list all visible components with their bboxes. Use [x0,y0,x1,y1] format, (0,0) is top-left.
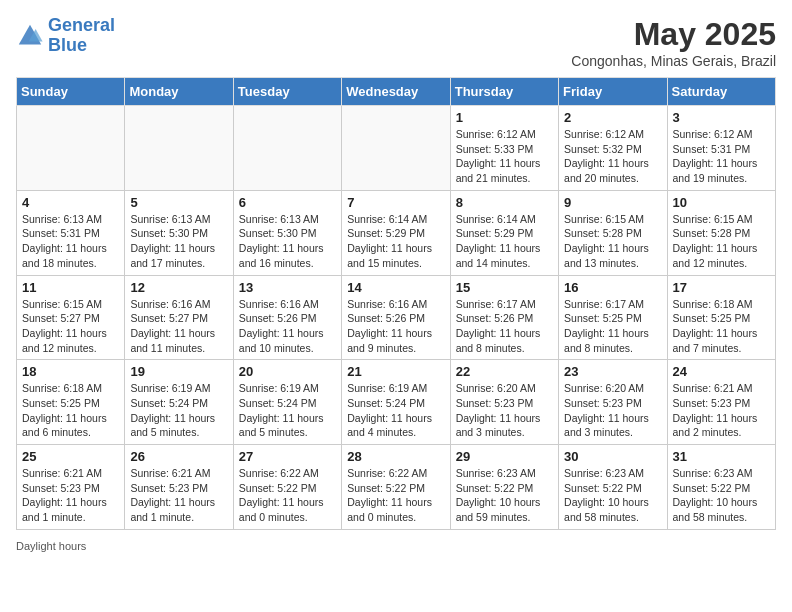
weekday-header-wednesday: Wednesday [342,78,450,106]
day-info: Sunrise: 6:18 AM Sunset: 5:25 PM Dayligh… [22,381,119,440]
day-number: 29 [456,449,553,464]
day-info: Sunrise: 6:15 AM Sunset: 5:28 PM Dayligh… [564,212,661,271]
day-number: 3 [673,110,770,125]
weekday-header-tuesday: Tuesday [233,78,341,106]
weekday-header-sunday: Sunday [17,78,125,106]
day-number: 14 [347,280,444,295]
calendar-cell: 4Sunrise: 6:13 AM Sunset: 5:31 PM Daylig… [17,190,125,275]
calendar-cell: 9Sunrise: 6:15 AM Sunset: 5:28 PM Daylig… [559,190,667,275]
day-info: Sunrise: 6:20 AM Sunset: 5:23 PM Dayligh… [564,381,661,440]
logo: General Blue [16,16,115,56]
month-title: May 2025 [571,16,776,53]
calendar-cell: 30Sunrise: 6:23 AM Sunset: 5:22 PM Dayli… [559,445,667,530]
calendar-cell: 8Sunrise: 6:14 AM Sunset: 5:29 PM Daylig… [450,190,558,275]
day-number: 17 [673,280,770,295]
day-info: Sunrise: 6:13 AM Sunset: 5:30 PM Dayligh… [239,212,336,271]
calendar-cell: 11Sunrise: 6:15 AM Sunset: 5:27 PM Dayli… [17,275,125,360]
calendar-cell: 12Sunrise: 6:16 AM Sunset: 5:27 PM Dayli… [125,275,233,360]
calendar-cell: 22Sunrise: 6:20 AM Sunset: 5:23 PM Dayli… [450,360,558,445]
calendar-cell [17,106,125,191]
day-info: Sunrise: 6:15 AM Sunset: 5:27 PM Dayligh… [22,297,119,356]
day-number: 2 [564,110,661,125]
day-info: Sunrise: 6:19 AM Sunset: 5:24 PM Dayligh… [347,381,444,440]
calendar-cell: 25Sunrise: 6:21 AM Sunset: 5:23 PM Dayli… [17,445,125,530]
day-info: Sunrise: 6:13 AM Sunset: 5:31 PM Dayligh… [22,212,119,271]
day-info: Sunrise: 6:17 AM Sunset: 5:26 PM Dayligh… [456,297,553,356]
calendar-cell [342,106,450,191]
weekday-header-saturday: Saturday [667,78,775,106]
calendar-body: 1Sunrise: 6:12 AM Sunset: 5:33 PM Daylig… [17,106,776,530]
day-info: Sunrise: 6:19 AM Sunset: 5:24 PM Dayligh… [239,381,336,440]
logo-line2: Blue [48,35,87,55]
calendar-cell [233,106,341,191]
day-info: Sunrise: 6:19 AM Sunset: 5:24 PM Dayligh… [130,381,227,440]
calendar-cell [125,106,233,191]
calendar-cell: 23Sunrise: 6:20 AM Sunset: 5:23 PM Dayli… [559,360,667,445]
day-number: 1 [456,110,553,125]
weekday-header-thursday: Thursday [450,78,558,106]
calendar-cell: 14Sunrise: 6:16 AM Sunset: 5:26 PM Dayli… [342,275,450,360]
day-info: Sunrise: 6:16 AM Sunset: 5:27 PM Dayligh… [130,297,227,356]
day-number: 7 [347,195,444,210]
day-number: 21 [347,364,444,379]
day-number: 26 [130,449,227,464]
calendar-week-3: 11Sunrise: 6:15 AM Sunset: 5:27 PM Dayli… [17,275,776,360]
title-block: May 2025 Congonhas, Minas Gerais, Brazil [571,16,776,69]
day-number: 10 [673,195,770,210]
calendar-cell: 16Sunrise: 6:17 AM Sunset: 5:25 PM Dayli… [559,275,667,360]
day-info: Sunrise: 6:23 AM Sunset: 5:22 PM Dayligh… [456,466,553,525]
day-number: 25 [22,449,119,464]
calendar-cell: 6Sunrise: 6:13 AM Sunset: 5:30 PM Daylig… [233,190,341,275]
day-number: 13 [239,280,336,295]
calendar-cell: 2Sunrise: 6:12 AM Sunset: 5:32 PM Daylig… [559,106,667,191]
day-info: Sunrise: 6:21 AM Sunset: 5:23 PM Dayligh… [673,381,770,440]
day-info: Sunrise: 6:16 AM Sunset: 5:26 PM Dayligh… [347,297,444,356]
calendar-cell: 7Sunrise: 6:14 AM Sunset: 5:29 PM Daylig… [342,190,450,275]
calendar-cell: 10Sunrise: 6:15 AM Sunset: 5:28 PM Dayli… [667,190,775,275]
day-info: Sunrise: 6:23 AM Sunset: 5:22 PM Dayligh… [564,466,661,525]
day-info: Sunrise: 6:13 AM Sunset: 5:30 PM Dayligh… [130,212,227,271]
day-info: Sunrise: 6:21 AM Sunset: 5:23 PM Dayligh… [130,466,227,525]
calendar-cell: 29Sunrise: 6:23 AM Sunset: 5:22 PM Dayli… [450,445,558,530]
calendar-cell: 15Sunrise: 6:17 AM Sunset: 5:26 PM Dayli… [450,275,558,360]
day-number: 30 [564,449,661,464]
calendar-cell: 24Sunrise: 6:21 AM Sunset: 5:23 PM Dayli… [667,360,775,445]
calendar-week-5: 25Sunrise: 6:21 AM Sunset: 5:23 PM Dayli… [17,445,776,530]
day-number: 9 [564,195,661,210]
day-info: Sunrise: 6:20 AM Sunset: 5:23 PM Dayligh… [456,381,553,440]
day-info: Sunrise: 6:15 AM Sunset: 5:28 PM Dayligh… [673,212,770,271]
page-header: General Blue May 2025 Congonhas, Minas G… [16,16,776,69]
footer: Daylight hours [16,540,776,552]
day-number: 15 [456,280,553,295]
day-info: Sunrise: 6:12 AM Sunset: 5:33 PM Dayligh… [456,127,553,186]
day-number: 18 [22,364,119,379]
day-number: 24 [673,364,770,379]
day-info: Sunrise: 6:22 AM Sunset: 5:22 PM Dayligh… [347,466,444,525]
day-info: Sunrise: 6:22 AM Sunset: 5:22 PM Dayligh… [239,466,336,525]
logo-line1: General [48,15,115,35]
day-number: 31 [673,449,770,464]
calendar-cell: 26Sunrise: 6:21 AM Sunset: 5:23 PM Dayli… [125,445,233,530]
footer-label: Daylight hours [16,540,86,552]
calendar-cell: 20Sunrise: 6:19 AM Sunset: 5:24 PM Dayli… [233,360,341,445]
calendar-week-2: 4Sunrise: 6:13 AM Sunset: 5:31 PM Daylig… [17,190,776,275]
calendar-cell: 28Sunrise: 6:22 AM Sunset: 5:22 PM Dayli… [342,445,450,530]
calendar-cell: 27Sunrise: 6:22 AM Sunset: 5:22 PM Dayli… [233,445,341,530]
calendar-table: SundayMondayTuesdayWednesdayThursdayFrid… [16,77,776,530]
calendar-cell: 31Sunrise: 6:23 AM Sunset: 5:22 PM Dayli… [667,445,775,530]
day-number: 23 [564,364,661,379]
day-number: 11 [22,280,119,295]
logo-icon [16,22,44,50]
day-number: 6 [239,195,336,210]
day-number: 27 [239,449,336,464]
weekday-header-friday: Friday [559,78,667,106]
calendar-cell: 3Sunrise: 6:12 AM Sunset: 5:31 PM Daylig… [667,106,775,191]
day-info: Sunrise: 6:14 AM Sunset: 5:29 PM Dayligh… [347,212,444,271]
day-number: 19 [130,364,227,379]
weekday-header-monday: Monday [125,78,233,106]
day-number: 5 [130,195,227,210]
day-info: Sunrise: 6:12 AM Sunset: 5:32 PM Dayligh… [564,127,661,186]
day-info: Sunrise: 6:21 AM Sunset: 5:23 PM Dayligh… [22,466,119,525]
calendar-cell: 21Sunrise: 6:19 AM Sunset: 5:24 PM Dayli… [342,360,450,445]
day-info: Sunrise: 6:17 AM Sunset: 5:25 PM Dayligh… [564,297,661,356]
